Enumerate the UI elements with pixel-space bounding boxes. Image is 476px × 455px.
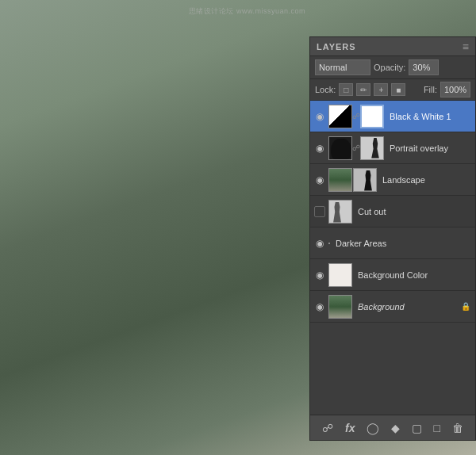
layer-visibility-toggle[interactable] — [314, 206, 325, 217]
layer-item[interactable]: Cut out — [310, 196, 475, 228]
lock-row: Lock: □ ✏ + ■ Fill: — [310, 79, 475, 101]
layer-item[interactable]: ◉ ☍ Black & White 1 — [310, 101, 475, 132]
adjustments-icon[interactable]: ◆ — [388, 420, 403, 436]
layer-thumbnail-effect — [328, 105, 352, 128]
panel-menu-icon[interactable]: ≡ — [463, 40, 469, 53]
layer-name: Background Color — [355, 270, 472, 280]
layer-thumbnail-mask — [360, 136, 384, 160]
layer-thumbnails: ☍ — [328, 105, 384, 128]
layer-name: Cut out — [355, 207, 472, 216]
fill-input[interactable] — [440, 82, 470, 98]
link-layers-icon[interactable]: ☍ — [319, 420, 336, 436]
blend-mode-select[interactable]: Normal Multiply Screen — [315, 59, 370, 75]
panel-header: LAYERS ≡ — [310, 37, 475, 56]
layer-item[interactable]: ◉ Background Color — [310, 259, 475, 291]
layer-thumbnail — [328, 200, 352, 224]
layer-thumbnail — [328, 168, 352, 192]
new-group-icon[interactable]: ▢ — [409, 420, 425, 436]
new-layer-icon[interactable]: □ — [430, 420, 443, 436]
fill-label: Fill: — [424, 85, 437, 94]
layer-thumbnail-mask — [353, 168, 377, 192]
opacity-label: Opacity: — [374, 63, 405, 72]
layer-visibility-toggle[interactable]: ◉ — [313, 110, 326, 123]
layer-visibility-toggle[interactable]: ◉ — [313, 269, 326, 281]
layer-thumbnails — [328, 263, 352, 287]
layer-thumbnail — [328, 136, 352, 160]
layer-item[interactable]: ◉ Darker Areas — [310, 228, 475, 259]
layer-name: Darker Areas — [332, 239, 472, 248]
lock-pixels-icon[interactable]: □ — [339, 83, 353, 96]
layer-item[interactable]: ◉ Background 🔒 — [310, 291, 475, 323]
layer-item[interactable]: ◉ Landscape — [310, 164, 475, 196]
lock-position-icon[interactable]: ■ — [391, 83, 405, 96]
layer-chain-icon: ☍ — [353, 143, 359, 152]
layer-thumbnails — [328, 295, 352, 319]
layers-panel: LAYERS ≡ Normal Multiply Screen Opacity:… — [309, 36, 476, 441]
layer-thumbnails — [328, 200, 352, 224]
layers-list: ◉ ☍ Black & White 1 ◉ ☍ Portrait overlay — [310, 101, 475, 415]
layer-visibility-toggle[interactable]: ◉ — [313, 237, 326, 250]
layer-thumbnails — [328, 168, 377, 192]
layer-visibility-toggle[interactable]: ◉ — [313, 174, 326, 186]
layer-thumbnail — [328, 263, 352, 287]
layer-chain-icon: ☍ — [353, 112, 359, 120]
layer-item[interactable]: ◉ ☍ Portrait overlay — [310, 132, 475, 164]
opacity-input[interactable] — [409, 59, 439, 75]
layer-thumbnail — [328, 295, 352, 319]
panel-footer: ☍ fx ◯ ◆ ▢ □ 🗑 — [310, 415, 475, 440]
layer-name: Black & White 1 — [386, 112, 472, 121]
layer-visibility-toggle[interactable]: ◉ — [313, 300, 326, 313]
layer-thumbnails — [328, 243, 330, 244]
delete-layer-icon[interactable]: 🗑 — [449, 420, 466, 436]
layer-thumbnail — [328, 243, 330, 244]
panel-title: LAYERS — [317, 42, 356, 52]
layer-lock-icon: 🔒 — [461, 302, 470, 312]
watermark: 思绪设计论坛 www.missyuan.com — [189, 6, 305, 17]
layer-name: Portrait overlay — [386, 143, 472, 153]
layer-name: Landscape — [379, 175, 472, 185]
lock-move-icon[interactable]: ✏ — [356, 83, 370, 96]
layer-visibility-toggle[interactable]: ◉ — [313, 142, 326, 155]
fx-icon[interactable]: fx — [342, 420, 358, 436]
layer-name: Background — [355, 302, 461, 312]
layer-thumbnail-mask — [360, 105, 384, 128]
lock-all-icon[interactable]: + — [374, 83, 388, 96]
layer-thumbnails: ☍ — [328, 136, 384, 160]
lock-label: Lock: — [315, 85, 336, 94]
add-mask-icon[interactable]: ◯ — [363, 420, 382, 436]
blend-mode-row: Normal Multiply Screen Opacity: — [310, 56, 475, 79]
